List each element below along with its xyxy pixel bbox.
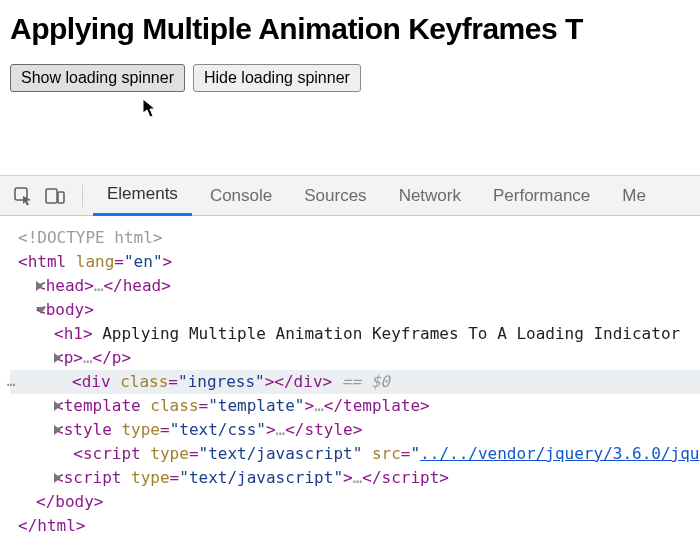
- hide-spinner-button[interactable]: Hide loading spinner: [193, 64, 361, 92]
- page-title: Applying Multiple Animation Keyframes T: [10, 12, 690, 46]
- svg-rect-1: [46, 189, 57, 203]
- node-style[interactable]: <style type="text/css">…</style>: [10, 418, 700, 442]
- node-body-close[interactable]: </body>: [10, 490, 700, 514]
- caret-right-icon[interactable]: [54, 425, 61, 435]
- tab-memory[interactable]: Me: [608, 176, 660, 216]
- node-body-open[interactable]: <body>: [10, 298, 700, 322]
- script-src-link[interactable]: ../../vendor/jquery/3.6.0/jqu: [420, 444, 699, 463]
- caret-down-icon[interactable]: [36, 307, 46, 314]
- show-spinner-button[interactable]: Show loading spinner: [10, 64, 185, 92]
- ellipsis-icon[interactable]: ⋯: [7, 372, 15, 396]
- node-template[interactable]: <template class="template">…</template>: [10, 394, 700, 418]
- device-toggle-icon[interactable]: [44, 185, 66, 207]
- inspect-element-icon[interactable]: [12, 185, 34, 207]
- svg-rect-2: [58, 192, 64, 203]
- tab-sources[interactable]: Sources: [290, 176, 380, 216]
- node-script-src[interactable]: <script type="text/javascript" src="../.…: [10, 442, 700, 466]
- devtools-toolbar: Elements Console Sources Network Perform…: [0, 176, 700, 216]
- node-head[interactable]: <head>…</head>: [10, 274, 700, 298]
- node-h1[interactable]: <h1> Applying Multiple Animation Keyfram…: [10, 322, 700, 346]
- node-html-open[interactable]: <html lang="en">: [10, 250, 700, 274]
- devtools-panel: Elements Console Sources Network Perform…: [0, 175, 700, 550]
- node-html-close[interactable]: </html>: [10, 514, 700, 538]
- caret-right-icon[interactable]: [54, 353, 61, 363]
- tab-console[interactable]: Console: [196, 176, 286, 216]
- node-div-selected[interactable]: ⋯<div class="ingress"></div> == $0: [10, 370, 700, 394]
- caret-right-icon[interactable]: [36, 281, 43, 291]
- toolbar-separator: [82, 185, 83, 207]
- tab-network[interactable]: Network: [385, 176, 475, 216]
- dom-tree[interactable]: <!DOCTYPE html> <html lang="en"> <head>……: [0, 216, 700, 538]
- caret-right-icon[interactable]: [54, 473, 61, 483]
- tab-elements[interactable]: Elements: [93, 176, 192, 216]
- button-row: Show loading spinner Hide loading spinne…: [10, 64, 690, 92]
- node-p[interactable]: <p>…</p>: [10, 346, 700, 370]
- tab-performance[interactable]: Performance: [479, 176, 604, 216]
- caret-right-icon[interactable]: [54, 401, 61, 411]
- node-doctype[interactable]: <!DOCTYPE html>: [10, 226, 700, 250]
- node-script-inline[interactable]: <script type="text/javascript">…</script…: [10, 466, 700, 490]
